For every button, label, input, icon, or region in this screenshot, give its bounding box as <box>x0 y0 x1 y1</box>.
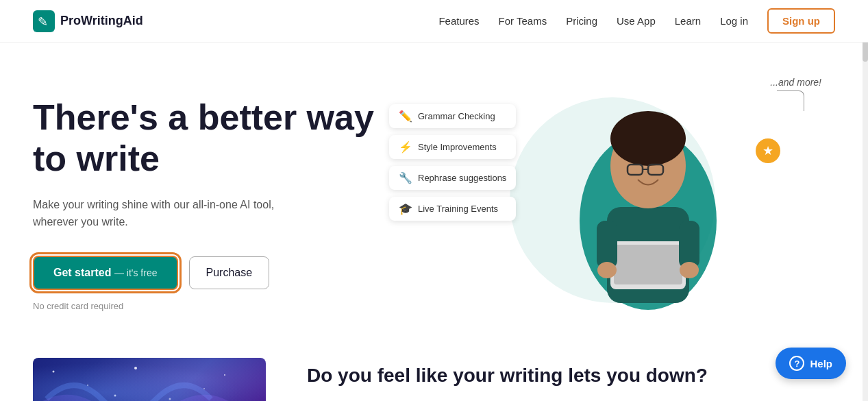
and-more-label: ...and more! <box>770 77 821 88</box>
logo-link[interactable]: ✎ ProWritingAid <box>33 10 143 32</box>
and-more-line <box>777 90 804 111</box>
star-icon: ★ <box>762 143 773 158</box>
nav-links: Features For Teams Pricing Use App Learn… <box>438 8 835 34</box>
get-started-button[interactable]: Get started — it's free <box>33 256 178 290</box>
help-button[interactable]: ? Help <box>776 348 846 379</box>
style-icon: ⚡ <box>399 141 412 154</box>
hero-right: ...and more! ★ <box>389 84 835 330</box>
svg-point-13 <box>597 262 617 278</box>
feature-pills: ✏️ Grammar Checking ⚡ Style Improvements… <box>389 104 516 221</box>
free-label: — it's free <box>114 267 158 278</box>
nav-use-app[interactable]: Use App <box>617 15 656 27</box>
pill-grammar: ✏️ Grammar Checking <box>389 104 516 128</box>
logo-icon: ✎ <box>33 10 55 32</box>
lower-heading: Do you feel like your writing lets you d… <box>307 365 835 387</box>
nav-for-teams[interactable]: For Teams <box>499 15 547 27</box>
svg-text:✎: ✎ <box>38 15 48 29</box>
pill-grammar-label: Grammar Checking <box>418 111 495 121</box>
no-credit-text: No credit card required <box>33 301 389 311</box>
hero-buttons: Get started — it's free Purchase <box>33 256 389 290</box>
pill-rephrase-label: Rephrase suggestions <box>418 173 506 183</box>
navbar: ✎ ProWritingAid Features For Teams Prici… <box>0 0 868 42</box>
lower-right: Do you feel like your writing lets you d… <box>307 358 835 387</box>
hero-subtitle: Make your writing shine with our all-in-… <box>33 196 293 231</box>
help-label: Help <box>810 358 832 369</box>
svg-rect-11 <box>597 221 617 269</box>
nav-learn[interactable]: Learn <box>675 15 701 27</box>
training-icon: 🎓 <box>399 202 412 215</box>
pill-training-label: Live Training Events <box>418 204 498 214</box>
svg-rect-12 <box>679 221 699 269</box>
svg-rect-10 <box>614 245 682 284</box>
lower-left <box>33 358 266 401</box>
signup-button[interactable]: Sign up <box>767 8 835 34</box>
help-icon-symbol: ? <box>795 359 800 369</box>
get-started-label: Get started <box>53 267 111 278</box>
help-icon: ? <box>789 356 804 371</box>
purchase-button[interactable]: Purchase <box>189 256 270 289</box>
lower-section: Do you feel like your writing lets you d… <box>0 358 868 401</box>
brand-name: ProWritingAid <box>60 14 143 28</box>
pill-style: ⚡ Style Improvements <box>389 135 516 159</box>
star-badge: ★ <box>756 138 780 163</box>
svg-point-14 <box>680 262 699 278</box>
hero-title: There's a better way to write <box>33 97 389 180</box>
nav-pricing[interactable]: Pricing <box>566 15 597 27</box>
pill-style-label: Style Improvements <box>418 142 497 152</box>
login-button[interactable]: Log in <box>720 15 748 27</box>
person-illustration <box>559 84 737 317</box>
pill-training: 🎓 Live Training Events <box>389 197 516 221</box>
starry-image <box>33 358 266 401</box>
hero-section: There's a better way to write Make your … <box>0 42 868 358</box>
pill-rephrase: 🔧 Rephrase suggestions <box>389 166 516 190</box>
starry-overlay <box>33 358 266 401</box>
rephrase-icon: 🔧 <box>399 171 412 184</box>
nav-features[interactable]: Features <box>438 15 479 27</box>
grammar-icon: ✏️ <box>399 110 412 123</box>
hero-left: There's a better way to write Make your … <box>33 84 389 311</box>
svg-point-5 <box>610 111 686 166</box>
